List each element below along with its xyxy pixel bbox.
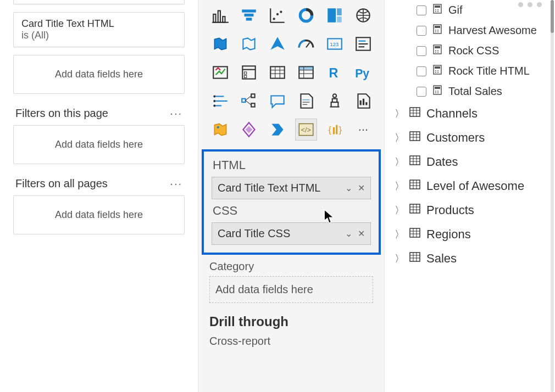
svg-rect-64 bbox=[336, 125, 337, 135]
viz-python-icon[interactable]: Py bbox=[352, 61, 374, 83]
viz-donut-icon[interactable] bbox=[295, 4, 317, 26]
svg-rect-6 bbox=[246, 18, 252, 20]
calculator-icon bbox=[432, 64, 443, 78]
ellipsis-icon[interactable]: ··· bbox=[170, 107, 182, 120]
chevron-right-icon: 〉 bbox=[395, 155, 403, 169]
chevron-right-icon: 〉 bbox=[395, 204, 403, 217]
checkbox[interactable] bbox=[417, 46, 426, 56]
viz-gauge-icon[interactable] bbox=[295, 33, 317, 55]
viz-card-icon[interactable]: 123 bbox=[324, 33, 346, 55]
svg-point-95 bbox=[437, 92, 439, 93]
svg-point-94 bbox=[435, 92, 436, 93]
viz-r-script-icon[interactable]: R bbox=[324, 61, 346, 83]
table-label: Dates bbox=[426, 155, 458, 169]
svg-rect-27 bbox=[245, 72, 247, 74]
calculator-icon bbox=[432, 24, 443, 37]
drill-through-header: Drill through bbox=[202, 306, 381, 333]
checkbox[interactable] bbox=[417, 87, 426, 97]
table-item[interactable]: 〉Products bbox=[385, 198, 555, 222]
viz-azure-map-icon[interactable] bbox=[267, 33, 288, 55]
svg-rect-15 bbox=[337, 16, 342, 23]
chevron-down-icon[interactable]: ⌄ bbox=[345, 183, 352, 193]
viz-power-apps-icon[interactable] bbox=[238, 119, 260, 141]
table-item[interactable]: 〉Level of Awesome bbox=[385, 174, 555, 198]
field-item[interactable]: Rock Title HTML bbox=[385, 61, 555, 81]
well-dropzone-category[interactable]: Add data fields here bbox=[209, 276, 373, 303]
viz-filled-map-icon[interactable] bbox=[209, 33, 231, 55]
svg-point-93 bbox=[437, 91, 439, 92]
field-label: Gif bbox=[448, 4, 463, 16]
svg-rect-2 bbox=[223, 16, 225, 23]
viz-html-content-icon[interactable]: </> bbox=[295, 119, 317, 141]
svg-text:{: { bbox=[328, 125, 331, 135]
field-wells: HTML Card Title Text HTML ⌄ ✕ CSS Card T… bbox=[198, 146, 384, 353]
viz-goals-icon[interactable] bbox=[324, 90, 346, 112]
table-item[interactable]: 〉Dates bbox=[385, 150, 555, 174]
table-item[interactable]: 〉Regions bbox=[385, 222, 555, 247]
viz-kpi-icon[interactable] bbox=[209, 61, 231, 83]
scrollbar-track[interactable] bbox=[551, 0, 554, 392]
viz-more-icon[interactable]: ··· bbox=[352, 119, 374, 141]
scrollbar-thumb[interactable] bbox=[551, 0, 554, 33]
viz-paginated-report-icon[interactable] bbox=[352, 90, 374, 112]
close-icon[interactable]: ✕ bbox=[358, 183, 365, 193]
table-item[interactable]: 〉Customers bbox=[385, 126, 555, 150]
dot-icon bbox=[537, 2, 542, 7]
viz-treemap-icon[interactable] bbox=[324, 4, 346, 26]
viz-table-icon[interactable] bbox=[267, 61, 288, 83]
checkbox[interactable] bbox=[417, 5, 426, 15]
chevron-down-icon[interactable]: ⌄ bbox=[345, 228, 352, 239]
table-item[interactable]: 〉Sales bbox=[385, 247, 555, 271]
viz-power-automate-icon[interactable] bbox=[267, 119, 288, 141]
field-item[interactable]: Rock CSS bbox=[385, 41, 555, 61]
viz-multirow-card-icon[interactable] bbox=[352, 33, 374, 55]
well-chip-css[interactable]: Card Title CSS ⌄ ✕ bbox=[212, 222, 371, 245]
field-item[interactable]: Harvest Awesome bbox=[385, 20, 555, 41]
viz-key-influencers-icon[interactable] bbox=[209, 90, 231, 112]
filter-card[interactable]: Card Title Text HTML is (All) bbox=[13, 12, 185, 47]
svg-rect-79 bbox=[435, 46, 440, 48]
checkbox[interactable] bbox=[417, 66, 426, 76]
table-icon bbox=[409, 227, 421, 242]
viz-slicer-icon[interactable] bbox=[238, 61, 260, 83]
filter-dropzone-visual[interactable]: Add data fields here bbox=[13, 55, 185, 94]
svg-point-81 bbox=[437, 50, 439, 51]
viz-deneb-icon[interactable]: {} bbox=[324, 119, 346, 141]
field-item[interactable]: Total Sales bbox=[385, 81, 555, 102]
viz-globe-map-icon[interactable] bbox=[352, 4, 374, 26]
filter-dropzone-all[interactable]: Add data fields here bbox=[13, 195, 185, 234]
viz-decomposition-tree-icon[interactable] bbox=[238, 90, 260, 112]
viz-funnel-icon[interactable] bbox=[238, 4, 260, 26]
svg-point-86 bbox=[435, 70, 436, 71]
svg-point-87 bbox=[437, 70, 439, 71]
well-chip-html[interactable]: Card Title Text HTML ⌄ ✕ bbox=[212, 177, 371, 199]
chevron-right-icon: 〉 bbox=[395, 252, 403, 265]
filter-dropzone-page[interactable]: Add data fields here bbox=[13, 125, 185, 164]
svg-rect-121 bbox=[410, 228, 420, 237]
svg-rect-49 bbox=[251, 103, 254, 107]
filters-all-header-row: Filters on all pages ··· bbox=[5, 175, 192, 192]
table-item[interactable]: 〉Channels bbox=[385, 102, 555, 126]
checkbox[interactable] bbox=[417, 26, 426, 36]
filter-card-title: Card Title Text HTML bbox=[21, 18, 176, 30]
svg-rect-111 bbox=[410, 180, 420, 189]
dropzone-label: Add data fields here bbox=[55, 209, 143, 220]
viz-scatter-icon[interactable] bbox=[267, 4, 288, 26]
svg-rect-0 bbox=[213, 14, 215, 23]
filter-card-truncated[interactable]: is (All) bbox=[13, 0, 185, 4]
close-icon[interactable]: ✕ bbox=[358, 228, 365, 239]
ellipsis-icon[interactable]: ··· bbox=[170, 177, 182, 190]
chevron-right-icon: 〉 bbox=[395, 107, 403, 120]
svg-rect-14 bbox=[337, 8, 342, 15]
viz-matrix-icon[interactable] bbox=[295, 61, 317, 83]
viz-qa-icon[interactable] bbox=[267, 90, 288, 112]
visualizations-panel: 123 R Py </> {} ··· HTML Card Title Text… bbox=[198, 0, 385, 392]
dot-icon bbox=[528, 2, 532, 7]
table-icon bbox=[409, 178, 421, 194]
viz-shape-map-icon[interactable] bbox=[238, 33, 260, 55]
viz-smart-narrative-icon[interactable] bbox=[295, 90, 317, 112]
svg-line-50 bbox=[246, 96, 252, 100]
viz-arcgis-icon[interactable] bbox=[209, 119, 231, 141]
chevron-right-icon: 〉 bbox=[395, 180, 403, 193]
viz-clustered-column-icon[interactable] bbox=[209, 4, 231, 26]
